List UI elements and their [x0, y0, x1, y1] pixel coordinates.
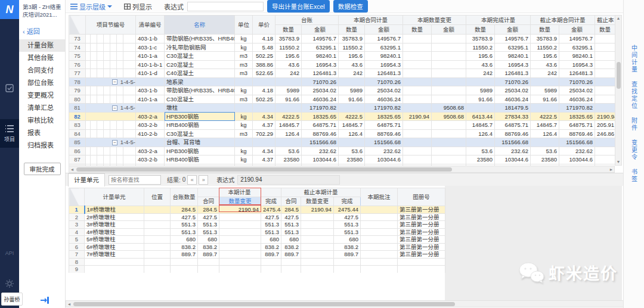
cell-value[interactable]: 5989 — [531, 86, 559, 95]
cell-value[interactable]: 64875.71 — [559, 121, 595, 130]
cell-value[interactable]: 2190.94 — [301, 206, 334, 214]
cell-value[interactable]: 195.6 — [339, 52, 365, 61]
cell-atlas[interactable]: 第三册第一分册 — [398, 213, 445, 221]
cell-price[interactable]: 502.25 — [253, 95, 275, 104]
cell-value[interactable]: 91.66 — [275, 95, 302, 104]
cell-unit-name[interactable]: 7#桥墩墩柱 — [85, 251, 144, 259]
cell-value[interactable]: 126481.3 — [302, 69, 339, 78]
cell-name[interactable]: 带肋钢筋(HRB335、HRB400) — [165, 86, 235, 95]
cell-unit[interactable]: kg — [235, 147, 253, 155]
cell-value[interactable]: 18325.65 — [302, 112, 339, 121]
cell-value[interactable]: 91.66 — [339, 95, 365, 104]
settings-gear-icon[interactable] — [0, 279, 19, 290]
cell-value[interactable]: 680 — [198, 236, 219, 244]
row-number[interactable]: 86 — [69, 147, 86, 155]
cell-value[interactable]: 64875.71 — [495, 121, 531, 130]
tree-cell[interactable] — [86, 121, 136, 130]
cell-value[interactable]: 18325.65 — [559, 112, 595, 121]
user-name-badge[interactable]: 孙蕾桥 — [1, 293, 23, 306]
cell-list-no[interactable]: 410-1-a — [136, 95, 165, 104]
cell-price[interactable]: 5.48 — [253, 43, 275, 52]
prev-result-button[interactable]: « — [187, 175, 197, 185]
cell-value[interactable]: 171970.82 — [365, 104, 403, 113]
cell-value[interactable] — [466, 104, 495, 113]
row-number[interactable]: 9 — [69, 266, 85, 273]
cell-note[interactable] — [361, 213, 398, 221]
cell-value[interactable]: 2190.94 — [403, 112, 432, 121]
main-horizontal-scrollbar[interactable]: ◄ ► — [69, 166, 615, 173]
data-check-button[interactable]: 数据检查 — [333, 0, 368, 13]
cell-value[interactable]: 14845.7 — [466, 121, 495, 130]
row-number[interactable]: 77 — [69, 69, 86, 78]
cell-note[interactable] — [361, 266, 398, 273]
cell-value[interactable]: 25034.02 — [302, 86, 339, 95]
sidebar-item[interactable]: 其他台账 — [19, 52, 65, 64]
cell-value[interactable] — [403, 35, 432, 43]
tree-cell[interactable]: − 1-4-5-1- — [86, 104, 136, 113]
cell-name[interactable]: C20混凝土 — [165, 60, 235, 69]
cell-value[interactable] — [595, 104, 615, 113]
cell-atlas[interactable] — [398, 266, 445, 273]
tree-cell[interactable] — [86, 155, 136, 164]
cell-value[interactable] — [432, 86, 466, 95]
cell-value[interactable]: 551.3 — [261, 221, 281, 229]
cell-value[interactable] — [595, 35, 615, 43]
cell-value[interactable] — [595, 155, 615, 164]
cell-name[interactable]: 台帽、耳背墙 — [165, 138, 235, 147]
cell-unit-name[interactable] — [85, 258, 144, 266]
right-panel-item[interactable]: 查找定位 — [630, 81, 639, 110]
cell-value[interactable] — [403, 121, 432, 130]
cell-atlas[interactable]: 第三册第一分册 — [398, 206, 445, 214]
tree-cell[interactable] — [86, 69, 136, 78]
cell-ledger-qty[interactable] — [171, 266, 198, 273]
column-header[interactable]: 金额 — [432, 25, 466, 35]
cell-value[interactable]: 16954.3 — [302, 60, 339, 69]
cell-ledger-qty[interactable]: 427.5 — [171, 213, 198, 221]
column-header[interactable]: 数量 — [339, 25, 365, 35]
cell-value[interactable] — [339, 77, 365, 86]
cell-value[interactable]: 126481.3 — [559, 69, 595, 78]
row-number[interactable]: 85 — [69, 138, 86, 147]
cell-ledger-qty[interactable]: 838.2 — [171, 243, 198, 251]
cell-value[interactable]: 151566.68 — [365, 138, 403, 147]
cell-value[interactable]: 43.6 — [466, 60, 495, 69]
cell-value[interactable] — [301, 258, 334, 266]
column-header[interactable]: 名称 — [165, 15, 235, 35]
cell-value[interactable]: 103044.6 — [495, 155, 531, 164]
cell-unit[interactable]: kg — [235, 155, 253, 164]
row-number[interactable]: 82 — [69, 112, 86, 121]
cell-note[interactable] — [361, 251, 398, 259]
cell-value[interactable]: 64875.71 — [365, 121, 403, 130]
cell-unit-name[interactable]: 6#桥墩墩柱 — [85, 243, 144, 251]
cell-value[interactable]: 242 — [275, 69, 302, 78]
cell-value[interactable] — [403, 104, 432, 113]
cell-value[interactable]: 171970.82 — [302, 104, 339, 113]
cell-value[interactable] — [403, 86, 432, 95]
collapse-icon[interactable]: − — [112, 105, 117, 111]
column-header[interactable]: 数量 — [595, 25, 615, 35]
cell-value[interactable] — [403, 43, 432, 52]
cell-unit[interactable] — [235, 104, 253, 113]
cell-value[interactable]: 88769.46 — [495, 129, 531, 138]
cell-price[interactable]: 4.34 — [253, 112, 275, 121]
cell-value[interactable] — [466, 77, 495, 86]
cell-value[interactable]: 14845.7 — [531, 121, 559, 130]
cell-value[interactable]: 25034.02 — [559, 86, 595, 95]
cell-value[interactable]: 232.62 — [495, 147, 531, 155]
cell-price[interactable]: 702.29 — [253, 129, 275, 138]
column-header[interactable]: 截止本期计量 — [281, 188, 361, 197]
cell-value[interactable]: 71070.26 — [559, 77, 595, 86]
cell-value[interactable]: 838.2 — [261, 243, 281, 251]
cell-value[interactable]: 91.66 — [531, 95, 559, 104]
cell-value[interactable] — [595, 69, 615, 78]
cell-ledger-qty[interactable]: 284.5 — [171, 206, 198, 214]
cell-value[interactable]: 889.7 — [198, 251, 219, 259]
cell-ledger-qty[interactable]: 680 — [171, 236, 198, 244]
cell-value[interactable] — [301, 243, 334, 251]
sidebar-item[interactable]: 报表 — [19, 127, 65, 139]
column-header[interactable]: 本期计量 — [198, 188, 281, 197]
sidebar-item[interactable]: 清单汇总 — [19, 102, 65, 114]
cell-value[interactable] — [339, 104, 365, 113]
column-header[interactable]: 台账 — [275, 15, 339, 25]
sidebar-item[interactable]: 计量台账 — [19, 39, 65, 52]
